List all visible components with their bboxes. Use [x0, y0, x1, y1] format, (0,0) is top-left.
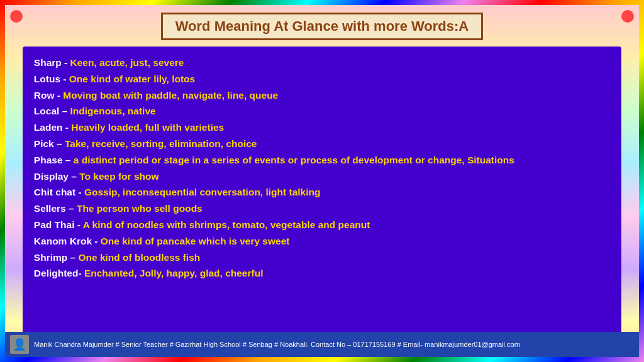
word-label: Row - [34, 90, 64, 101]
word-label: Local – [34, 106, 70, 116]
word-label: Phase – [34, 155, 74, 165]
word-label: Display – [34, 171, 79, 182]
word-meaning: To keep for show [79, 171, 158, 182]
title-box: Word Meaning At Glance with more Words:A [161, 13, 484, 40]
page-title: Word Meaning At Glance with more Words:A [175, 18, 469, 35]
word-meaning: Keen, acute, just, severe [70, 57, 184, 68]
word-meaning: Enchanted, Jolly, happy, glad, cheerful [84, 268, 264, 278]
word-label: Sharp - [34, 57, 70, 68]
word-label: Chit chat - [34, 187, 84, 197]
corner-decoration-tr [621, 10, 634, 23]
word-entry: Sellers – The person who sell goods [34, 201, 610, 217]
word-meaning: One kind of bloodless fish [78, 252, 200, 263]
word-entry: Sharp - Keen, acute, just, severe [34, 55, 610, 71]
word-entry: Display – To keep for show [34, 169, 610, 185]
word-meaning: One kind of pancake which is very sweet [101, 236, 290, 246]
word-label: Shrimp – [34, 252, 79, 263]
footer-text: Manik Chandra Majumder # Senior Teacher … [34, 341, 520, 348]
word-label: Delighted- [34, 268, 84, 278]
word-entry: Local – Indigenous, native [34, 104, 610, 119]
word-meaning: Moving boat with paddle, navigate, line,… [63, 90, 278, 101]
word-entry: Delighted- Enchanted, Jolly, happy, glad… [34, 266, 610, 282]
word-entry: Kanom Krok - One kind of pancake which i… [34, 234, 610, 250]
word-meaning: Heavily loaded, full with varieties [71, 122, 224, 133]
word-meaning: a distinct period or stage in a series o… [74, 155, 514, 165]
word-meaning: The person who sell goods [77, 203, 203, 214]
footer-bar: 👤 Manik Chandra Majumder # Senior Teache… [5, 332, 639, 357]
content-area: Sharp - Keen, acute, just, severeLotus -… [23, 47, 621, 352]
word-meaning: Gossip, inconsequential conversation, li… [84, 187, 321, 197]
word-entry: Laden - Heavily loaded, full with variet… [34, 120, 610, 136]
word-meaning: Indigenous, native [70, 106, 156, 116]
word-label: Lotus - [34, 74, 69, 84]
word-entry: Chit chat - Gossip, inconsequential conv… [34, 185, 610, 200]
word-entry: Lotus - One kind of water lily, lotos [34, 72, 610, 87]
word-entry: Row - Moving boat with paddle, navigate,… [34, 88, 610, 104]
word-label: Sellers – [34, 203, 77, 214]
word-meaning: A kind of noodles with shrimps, tomato, … [83, 219, 370, 230]
word-entry: Shrimp – One kind of bloodless fish [34, 250, 610, 266]
word-entry: Pad Thai - A kind of noodles with shrimp… [34, 217, 610, 233]
word-entry: Phase – a distinct period or stage in a … [34, 153, 610, 168]
word-label: Pad Thai - [34, 219, 83, 230]
word-label: Kanom Krok - [34, 236, 101, 246]
word-label: Pick – [34, 138, 65, 149]
word-meaning: Take, receive, sorting, elimination, cho… [65, 138, 257, 149]
avatar: 👤 [10, 335, 29, 354]
word-label: Laden - [34, 122, 71, 133]
corner-decoration-tl [10, 10, 23, 23]
word-entry: Pick – Take, receive, sorting, eliminati… [34, 136, 610, 152]
word-meaning: One kind of water lily, lotos [69, 74, 195, 84]
